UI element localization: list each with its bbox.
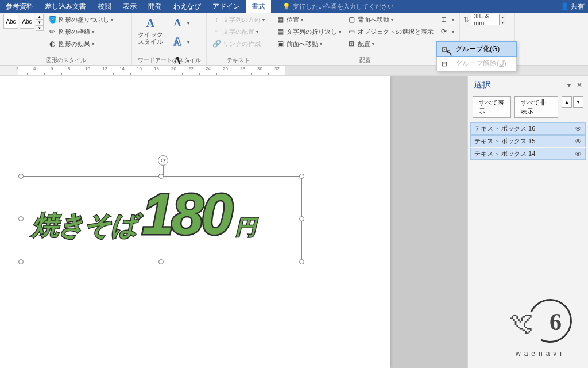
rotate-menu[interactable]: ⟳▾ (438, 26, 456, 37)
spin-up[interactable]: ▴ (499, 14, 506, 20)
height-input[interactable]: 38.59 mm ▴▾ (471, 14, 506, 25)
resize-handle[interactable] (158, 174, 164, 179)
tab-references[interactable]: 参考資料 (0, 0, 39, 13)
wordart-group[interactable]: 焼きそば 180 円 (32, 191, 256, 243)
tab-view[interactable]: 表示 (117, 0, 142, 13)
resize-handle[interactable] (18, 259, 24, 264)
ungroup-icon: ⊟ (442, 60, 452, 68)
list-item[interactable]: テキスト ボックス 15👁 (470, 135, 586, 147)
group-icon: ⊡ (442, 45, 452, 53)
pane-close-icon[interactable]: ✕ (577, 81, 582, 89)
resize-handle[interactable] (299, 259, 304, 264)
resize-handle[interactable] (299, 174, 304, 179)
document-area[interactable]: ⟳ 焼きそば 180 円 (0, 76, 467, 368)
position[interactable]: ▦位置▾ (274, 14, 343, 25)
menu-group[interactable]: ⊡ グループ化(G) (436, 41, 517, 57)
pane-title: 選択 (474, 79, 491, 90)
group-menu[interactable]: ⊡▾ (438, 14, 456, 25)
text-outline-icon: A (169, 34, 185, 50)
tab-waenabi[interactable]: わえなび (168, 0, 207, 13)
selection-list: テキスト ボックス 16👁 テキスト ボックス 15👁 テキスト ボックス 14… (468, 120, 588, 163)
selpane-icon: ▭ (347, 27, 356, 36)
menu-ungroup: ⊟ グループ解除(U) (437, 56, 516, 71)
eye-icon[interactable]: 👁 (575, 150, 582, 158)
tab-developer[interactable]: 開発 (142, 0, 168, 13)
ribbon: Abc Abc ▴▾▾ 🪣図形の塗りつぶし▾ ✏図形の枠線▾ ◐図形の効果▾ 図… (0, 13, 588, 66)
align-objects[interactable]: ⊞配置▾ (345, 38, 435, 49)
show-all-button[interactable]: すべて表示 (473, 96, 511, 118)
wrap-icon: ▤ (276, 27, 285, 36)
rotate-icon: ⟳ (439, 27, 448, 36)
alignobj-icon: ⊞ (347, 39, 356, 48)
selection-pane-btn[interactable]: ▭オブジェクトの選択と表示 (345, 26, 435, 37)
move-up-button[interactable]: ▲ (562, 96, 572, 108)
hide-all-button[interactable]: すべて非表示 (514, 96, 558, 118)
tell-me[interactable]: 💡 実行したい作業を入力してください (283, 2, 394, 11)
backward-icon: ▢ (347, 15, 356, 24)
align-icon: ≡ (212, 27, 221, 36)
eye-icon[interactable]: 👁 (575, 137, 582, 145)
workspace: ⟳ 焼きそば 180 円 選択 ▾ ✕ (0, 76, 588, 368)
group-text: ↕文字列の方向▾ ≡文字の配置▾ 🔗リンクの作成 テキスト (207, 13, 270, 65)
wrap-text[interactable]: ▤文字列の折り返し▾ (274, 26, 343, 37)
shape-swatch[interactable]: Abc (3, 14, 18, 29)
resize-handle[interactable] (18, 216, 24, 221)
group-label: 配置 (274, 55, 456, 65)
effects-icon: ◐ (48, 39, 57, 48)
text-fill-icon: A (169, 15, 185, 31)
wordart-a-icon: A (142, 15, 158, 31)
list-item[interactable]: テキスト ボックス 14👁 (470, 148, 586, 160)
bring-forward[interactable]: ▣前面へ移動▾ (274, 38, 343, 49)
text-outline[interactable]: A▾ (168, 33, 191, 51)
shape-outline[interactable]: ✏図形の枠線▾ (46, 26, 115, 37)
resize-handle[interactable] (299, 216, 304, 221)
share-label: 共有 (571, 2, 585, 12)
ribbon-tabs: 参考資料 差し込み文書 校閲 表示 開発 わえなび アドイン 書式 💡 実行した… (0, 0, 588, 13)
wordart-text-3[interactable]: 円 (235, 213, 256, 241)
tell-me-text: 実行したい作業を入力してください (293, 2, 394, 11)
resize-handle[interactable] (18, 174, 24, 179)
forward-icon: ▣ (276, 39, 285, 48)
link-icon: 🔗 (212, 39, 221, 48)
tab-mailings[interactable]: 差し込み文書 (39, 0, 92, 13)
tab-format[interactable]: 書式 (246, 0, 271, 13)
group-dropdown: ⊡ グループ化(G) ⊟ グループ解除(U) (436, 41, 517, 71)
group-wordart-styles: A クイック スタイル A▾ A▾ A▾ ワードアートのスタイル (132, 13, 207, 65)
shape-swatch[interactable]: Abc (20, 14, 34, 29)
page[interactable]: ⟳ 焼きそば 180 円 (0, 76, 390, 368)
bulb-icon: 💡 (283, 3, 291, 10)
move-down-button[interactable]: ▼ (573, 96, 583, 108)
height-icon: ⇅ (463, 16, 469, 24)
eye-icon[interactable]: 👁 (575, 125, 582, 133)
resize-handle[interactable] (158, 259, 164, 264)
spin-down[interactable]: ▾ (499, 20, 506, 25)
text-fill[interactable]: A▾ (168, 14, 191, 32)
send-backward[interactable]: ▢背面へ移動▾ (345, 14, 435, 25)
shape-fill[interactable]: 🪣図形の塗りつぶし▾ (46, 14, 115, 25)
person-icon: 👤 (560, 2, 569, 10)
group-label: テキスト (210, 55, 266, 65)
quick-styles[interactable]: A クイック スタイル (136, 14, 165, 46)
tab-review[interactable]: 校閲 (92, 0, 117, 13)
create-link: 🔗リンクの作成 (210, 38, 266, 49)
shape-effects[interactable]: ◐図形の効果▾ (46, 38, 115, 49)
text-direction[interactable]: ↕文字列の方向▾ (210, 14, 266, 25)
share-button[interactable]: 👤 共有 (560, 2, 585, 12)
pane-menu-icon[interactable]: ▾ (567, 81, 571, 89)
bucket-icon: 🪣 (48, 15, 57, 24)
gallery-spinner[interactable]: ▴▾▾ (36, 14, 44, 31)
watermark: 6 🕊 waenavi (509, 296, 572, 358)
direction-icon: ↕ (212, 15, 221, 24)
wordart-text-1[interactable]: 焼きそば (32, 208, 137, 243)
wordart-text-2[interactable]: 180 (142, 191, 231, 237)
shape-style-gallery[interactable]: Abc Abc ▴▾▾ (3, 14, 44, 31)
margin-guide (322, 109, 331, 118)
list-item[interactable]: テキスト ボックス 16👁 (470, 122, 586, 135)
group-label: ワードアートのスタイル (136, 55, 203, 65)
text-align[interactable]: ≡文字の配置▾ (210, 26, 266, 37)
rotate-handle[interactable]: ⟳ (158, 155, 168, 166)
group-shape-styles: Abc Abc ▴▾▾ 🪣図形の塗りつぶし▾ ✏図形の枠線▾ ◐図形の効果▾ 図… (0, 13, 132, 65)
group-label: 図形のスタイル (3, 55, 128, 65)
tab-addins[interactable]: アドイン (207, 0, 246, 13)
bird-icon: 🕊 (509, 309, 533, 337)
